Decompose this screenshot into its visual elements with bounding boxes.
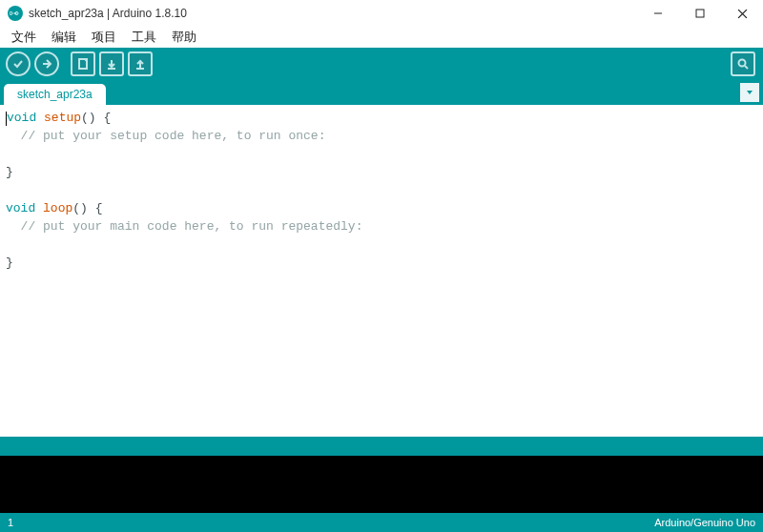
message-bar — [0, 437, 763, 456]
tab-menu-button[interactable] — [740, 83, 759, 102]
minimize-button[interactable] — [637, 0, 679, 27]
statusbar: 1 Arduino/Genuino Uno — [0, 513, 763, 532]
arduino-logo-icon — [8, 6, 23, 21]
svg-point-2 — [739, 60, 746, 67]
code-keyword: void — [7, 111, 36, 125]
tab-sketch[interactable]: sketch_apr23a — [4, 84, 106, 105]
code-comment: // put your main code here, to run repea… — [6, 219, 362, 234]
code-function: loop — [43, 201, 72, 215]
tabbar: sketch_apr23a — [0, 80, 763, 105]
menu-edit[interactable]: 编辑 — [44, 27, 84, 48]
serial-monitor-button[interactable] — [731, 51, 755, 76]
status-board: Arduino/Genuino Uno — [654, 517, 755, 528]
code-keyword: void — [6, 201, 35, 215]
menu-tools[interactable]: 工具 — [124, 27, 164, 48]
upload-button[interactable] — [34, 51, 59, 76]
status-line-number: 1 — [8, 517, 13, 528]
verify-button[interactable] — [6, 51, 31, 76]
open-button[interactable] — [99, 51, 124, 76]
toolbar — [0, 48, 763, 80]
menu-file[interactable]: 文件 — [4, 27, 44, 48]
menu-help[interactable]: 帮助 — [164, 27, 204, 48]
menu-sketch[interactable]: 项目 — [84, 27, 124, 48]
window-titlebar: sketch_apr23a | Arduino 1.8.10 — [0, 0, 763, 27]
code-text: () { — [72, 201, 102, 215]
code-text: } — [6, 256, 13, 270]
code-text: () { — [81, 111, 111, 125]
close-button[interactable] — [721, 0, 763, 27]
svg-rect-0 — [696, 10, 704, 17]
code-text: } — [6, 165, 13, 179]
code-editor[interactable]: void setup() { // put your setup code he… — [0, 105, 763, 437]
code-comment: // put your setup code here, to run once… — [6, 129, 325, 143]
new-button[interactable] — [71, 51, 95, 76]
window-title: sketch_apr23a | Arduino 1.8.10 — [29, 7, 637, 20]
code-function: setup — [44, 111, 81, 125]
maximize-button[interactable] — [679, 0, 721, 27]
console-output[interactable] — [0, 456, 763, 513]
save-button[interactable] — [128, 51, 153, 76]
menubar: 文件 编辑 项目 工具 帮助 — [0, 27, 763, 48]
